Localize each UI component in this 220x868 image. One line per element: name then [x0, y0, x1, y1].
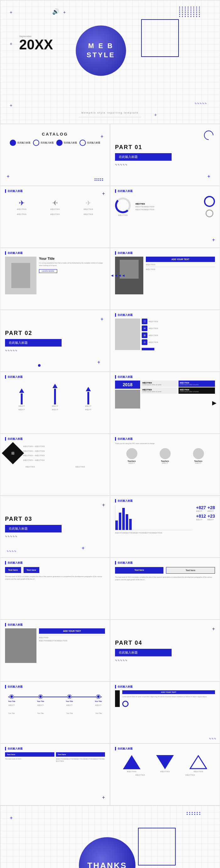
icon-row-3: ⊞ 标题文字添加 — [142, 333, 215, 338]
blue-bar — [142, 348, 154, 350]
row-8: PART 03 在此输入标题 ∿∿∿∿∿ + + ∿∿∿∿ 在此输入标题 — [0, 496, 220, 558]
cover-date: September 20XX — [19, 35, 53, 52]
timeline-point-2: Your Title 标题文字 — [37, 695, 44, 706]
wave-decoration: ∿∿∿∿∿ — [194, 102, 207, 105]
stat-number-2: +812 — [196, 514, 206, 519]
part04-plus: + — [212, 626, 215, 632]
part04-subtitle: 在此输入标题 — [115, 649, 171, 656]
text-grid: 标题文字添加 Lorem ipsum dolor sit amet 标题文字添加… — [141, 380, 215, 394]
slide-6a: 在此输入标题 标题文字 标题文字 标题文字 — [0, 372, 110, 434]
catalog-item-1: 在此输入标题 — [10, 140, 30, 146]
catalog-item-4: 在此输入标题 — [80, 140, 100, 146]
part03-plus-br: + — [82, 545, 85, 551]
zigzag-deco: ∿∿∿ — [209, 737, 217, 740]
slide10a-heading: 在此输入标题 — [5, 623, 105, 626]
slide-part03: PART 03 在此输入标题 ∿∿∿∿∿ + + ∿∿∿∿ — [0, 496, 110, 558]
texthere-box-b2: Text here — [166, 567, 215, 574]
cover-title: M E B STYLE — [87, 41, 115, 59]
text-cell-3: 标题文字添加 Lorem ipsum dolor sit amet — [141, 388, 178, 394]
slide10a-text: ADD YOUR TEXT 标题文字添加 标题文字添加标题文字添加标题文字添加 — [39, 628, 105, 663]
slide-3a: 在此输入标题 ✈ 标题文字添加 ✈ 标题文字添加 ✈ 标题文字添加 标题文字添加… — [0, 186, 110, 248]
slide-12a: 在此输入标题 Text here The team work of 2013..… — [0, 743, 110, 805]
slide12b-heading: 在此输入标题 — [115, 747, 215, 750]
slide5b-content: ☷ 标题文字添加 ✉ 标题文字添加 ⊞ 标题文字添加 ⊙ 标题文字添加 — [115, 318, 215, 350]
bar-5 — [129, 519, 132, 530]
slide-4b: 在此输入标题 ◄◄◄◄ ADD YOUR TEXT 标题文字添加 标题文字添加 — [110, 248, 220, 310]
row-7: 在此输入标题 ⊞ 标题文字添加 — 标题文字添加 标题文字添加 — 标题文字添加… — [0, 434, 220, 496]
slide-6b: 在此输入标题 2018 标题文字添加 Lorem ipsum dolor sit… — [110, 372, 220, 434]
stat-2: +812 标题文字 — [196, 514, 206, 521]
slide3b-heading: 在此输入标题 — [115, 189, 215, 193]
slide-7b: 在此输入标题 Thank you for using this PPT more… — [110, 434, 220, 496]
catalog-item-3: 在此输入标题 — [56, 140, 77, 146]
slide11b-content: ADD YOUR TEXT Lorem ipsum dolor sit amet… — [115, 690, 215, 707]
slide5b-icons: ☷ 标题文字添加 ✉ 标题文字添加 ⊞ 标题文字添加 ⊙ 标题文字添加 — [142, 318, 215, 350]
plus-icon-3: + — [10, 41, 12, 46]
border-rect — [141, 19, 179, 57]
part03-wave: ∿∿∿∿∿ — [5, 535, 105, 538]
part02-wave: ∿∿∿∿∿ — [5, 349, 105, 352]
part03-number: PART 03 — [5, 516, 105, 522]
part01-number: PART 01 — [115, 144, 215, 151]
rings-row: 标题文字添加 标题文字添加 标题文字添加标题文字添加 标题文字添加标题文字添加 — [115, 196, 215, 217]
arrows-left: ◄◄◄◄ — [110, 273, 125, 278]
slide4a-body: It is a long established fact that a rea… — [39, 262, 105, 267]
slide6b-heading: 在此输入标题 — [115, 375, 215, 379]
plus-icon-4: + — [10, 103, 12, 108]
slide6b-content: 2018 标题文字添加 Lorem ipsum dolor sit amet 标… — [115, 380, 215, 408]
slide11b-text: ADD YOUR TEXT Lorem ipsum dolor sit amet… — [122, 690, 215, 707]
slide7a-heading: 在此输入标题 — [5, 437, 105, 441]
triangle-up-outline: 标题文字添加 — [190, 755, 207, 772]
slide5b-heading: 在此输入标题 — [115, 313, 215, 317]
teacher-3: Teachers 标题文字 — [193, 448, 204, 464]
slide4b-content: ◄◄◄◄ ADD YOUR TEXT 标题文字添加 标题文字添加 — [115, 257, 215, 294]
slide-11a: 在此输入标题 Your Title 标题文字 Your Title 标题文字 — [0, 682, 110, 743]
add-your-text-box: ADD YOUR TEXT — [146, 257, 215, 262]
slide-part01: PART 01 在此输入标题 ∿∿∿∿∿ + — [110, 124, 220, 186]
plus-icon-1: + — [10, 10, 12, 15]
texthere-box-2: Text here — [24, 567, 40, 573]
slide4b-label2: 标题文字添加 — [146, 268, 215, 270]
arrow-col-1: 标题文字 — [19, 389, 25, 407]
stat-4: +23 标题文字 — [208, 514, 215, 521]
slide9b-heading2: 在此输入标题 — [115, 561, 215, 564]
year-number: 2018 — [115, 380, 140, 389]
timeline-points: Your Title 标题文字 Your Title 标题文字 Your Tit… — [8, 695, 102, 706]
texthere-box-b1: Text here — [115, 567, 163, 574]
slide4b-image: ◄◄◄◄ — [115, 257, 143, 294]
triangle-down-1: 标题文字添加 — [156, 755, 174, 772]
circle-deco — [122, 701, 129, 707]
triangle-bottom-labels: 标题文字添加 标题文字添加 — [115, 774, 215, 776]
part04-wave: ∿∿∿∿∿ — [115, 659, 215, 662]
slide-5b: 在此输入标题 ☷ 标题文字添加 ✉ 标题文字添加 ⊞ 标题文字添加 — [110, 310, 220, 372]
right-arrow-icon: ▶ — [212, 399, 217, 406]
bar-chart-area — [115, 505, 193, 530]
part01-subtitle: 在此输入标题 — [115, 153, 171, 161]
triangle-up-1: 标题文字添加 — [123, 755, 140, 772]
timeline-point-1: Your Title 标题文字 — [8, 695, 15, 706]
text-cell-2: 标题文字添加 Lorem ipsum dolor sit amet — [179, 380, 215, 387]
slide9a-heading: 在此输入标题 — [5, 561, 105, 564]
learn-more-btn[interactable]: LEARN MORE — [39, 269, 57, 273]
teacher-1: Teachers 标题文字 — [126, 448, 137, 464]
slide-11b: 在此输入标题 ADD YOUR TEXT Lorem ipsum dolor s… — [110, 682, 220, 743]
part04-number: PART 04 — [115, 640, 215, 646]
slide10a-label: 标题文字添加 — [39, 637, 105, 639]
slide7b-note: Thank you for using this PPT more conven… — [115, 442, 215, 445]
teacher-avatar-1 — [126, 448, 137, 459]
slide-8b: 在此输入标题 +827 — [110, 496, 220, 558]
slide4a-text: Your Title It is a long established fact… — [39, 257, 105, 294]
bar-1 — [115, 521, 118, 530]
text-labels-3a: 标题文字添加 标题文字添加 标题文字添加 — [5, 213, 105, 215]
slide12a-content: Text here The team work of 2013... Text … — [5, 752, 105, 762]
texthere-btn-1: Text here — [5, 752, 54, 757]
icon-row-4: ⊙ 标题文字添加 — [142, 339, 215, 345]
part02-plus-tr: + — [101, 316, 103, 322]
slide-thanks: + + — [0, 805, 220, 868]
dot-pattern-tr — [179, 7, 201, 17]
row-6: 在此输入标题 标题文字 标题文字 标题文字 — [0, 372, 220, 434]
row-12: 在此输入标题 Text here The team work of 2013..… — [0, 743, 220, 805]
part03-wave2: ∿∿∿∿ — [7, 550, 17, 553]
timeline-point-4: Your Title 标题文字 — [95, 695, 102, 706]
thanks-text: THANKS — [87, 861, 127, 868]
